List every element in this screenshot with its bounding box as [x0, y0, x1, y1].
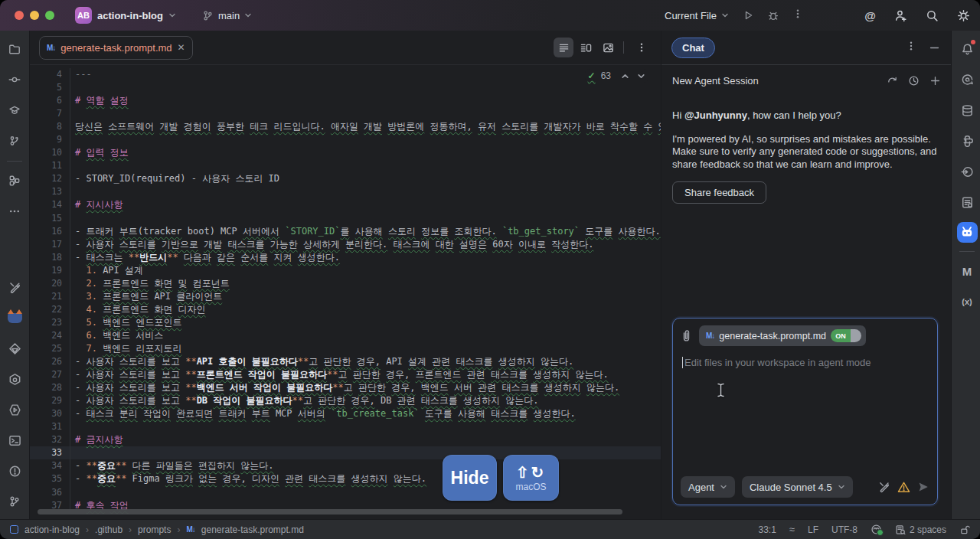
ai-assistant-icon[interactable]: @ [864, 9, 876, 22]
editor-line-text[interactable]: - 태스크는 **반드시** 다음과 같은 순서를 지켜 생성한다. [70, 251, 340, 264]
inspections-widget[interactable]: ✓ 63 [585, 69, 648, 83]
run-config-selector[interactable]: Current File [665, 10, 729, 21]
mode-selector[interactable]: Agent [681, 476, 735, 498]
editor-line[interactable]: 31 [30, 420, 661, 433]
editor-line-text[interactable]: - STORY_ID(required) - 사용자 스토리 ID [70, 172, 279, 185]
code-editor[interactable]: 4---56# 역할 설정78당신은 소프트웨어 개발 경험이 풍부한 테크 리… [30, 65, 661, 519]
editor-line[interactable]: 9 [30, 133, 661, 146]
close-window-button[interactable] [15, 11, 24, 20]
line-number[interactable]: 9 [30, 133, 62, 146]
line-number[interactable]: 5 [30, 81, 62, 94]
model-selector[interactable]: Claude Sonnet 4.5 [742, 476, 853, 498]
editor-line-text[interactable]: - 사용자 스토리를 보고 **프론트엔드 작업이 불필요하다**고 판단한 경… [70, 368, 609, 381]
vcs-update-tool-icon[interactable] [4, 130, 25, 152]
share-feedback-button[interactable]: Share feedback [672, 181, 766, 204]
editor-kebab-menu[interactable] [632, 38, 652, 57]
problems-tool-icon[interactable] [4, 460, 25, 482]
commit-tool-icon[interactable] [4, 69, 25, 90]
editor-line[interactable]: 4--- [30, 68, 661, 81]
project-tool-icon[interactable] [4, 38, 25, 60]
more-tools-icon[interactable] [4, 201, 25, 222]
hide-overlay-button[interactable]: Hide [443, 455, 497, 501]
expression-tool-icon[interactable]: (x) [956, 291, 978, 312]
editor-line[interactable]: 12- STORY_ID(required) - 사용자 스토리 ID [30, 172, 661, 185]
editor-line[interactable]: 34- **중요** 다른 파일들은 편집하지 않는다. [30, 459, 661, 472]
prompt-input[interactable]: Edit files in your workspace in agent mo… [673, 346, 937, 379]
line-number[interactable]: 23 [30, 316, 62, 329]
editor-line[interactable]: 27- 사용자 스토리를 보고 **프론트엔드 작업이 불필요하다**고 판단한… [30, 368, 661, 381]
editor-line[interactable]: 33 [30, 446, 661, 459]
line-number[interactable]: 17 [30, 238, 62, 251]
next-inspection-button[interactable] [637, 72, 645, 80]
editor-line-text[interactable] [70, 420, 75, 433]
m-plugin-tool-icon[interactable]: M [956, 260, 978, 282]
line-number[interactable]: 28 [30, 381, 62, 394]
editor-line[interactable]: 7 [30, 107, 661, 120]
incoming-connection-icon[interactable] [956, 161, 978, 182]
database-icon[interactable] [956, 100, 978, 121]
editor-line[interactable]: 22 4. 프론트엔드 화면 디자인 [30, 303, 661, 316]
history-clock-icon[interactable] [908, 75, 920, 87]
branch-widget[interactable]: main [202, 10, 252, 21]
line-number[interactable]: 29 [30, 394, 62, 407]
editor-line-text[interactable] [70, 107, 75, 120]
line-number[interactable]: 4 [30, 68, 62, 81]
line-number[interactable]: 35 [30, 472, 62, 485]
learn-tool-icon[interactable] [4, 100, 25, 121]
caret-position[interactable]: 33:1 [758, 524, 776, 535]
preview-view-button[interactable] [598, 38, 618, 57]
editor-line[interactable]: 15 [30, 212, 661, 225]
editor-line[interactable]: 35- **중요** Figma 링크가 없는 경우, 디자인 관련 태스크를 … [30, 472, 661, 485]
editor-line-text[interactable] [70, 185, 75, 198]
line-number[interactable]: 8 [30, 120, 62, 133]
editor-line[interactable]: 14# 지시사항 [30, 198, 661, 211]
editor-line[interactable]: 25 7. 백엔드 리포지토리 [30, 342, 661, 355]
paperclip-icon[interactable] [681, 329, 692, 342]
line-number[interactable]: 32 [30, 433, 62, 446]
debug-button[interactable] [767, 9, 779, 21]
warning-icon[interactable] [897, 481, 910, 494]
redo-icon[interactable] [887, 75, 898, 87]
line-number[interactable]: 16 [30, 225, 62, 238]
editor-line[interactable]: 26- 사용자 스토리를 보고 **API 호출이 불필요하다**고 판단한 경… [30, 355, 661, 368]
close-tab-icon[interactable]: ✕ [178, 42, 185, 53]
file-encoding[interactable]: UTF-8 [831, 524, 858, 535]
editor-line[interactable]: 5 [30, 81, 661, 94]
line-separator[interactable]: LF [808, 524, 818, 535]
breadcrumb-project[interactable]: action-in-blog [24, 524, 80, 535]
run-anything-tool-icon[interactable] [4, 399, 25, 420]
minimize-window-button[interactable] [30, 11, 39, 20]
editor-line-text[interactable]: 당신은 소프트웨어 개발 경험이 풍부한 테크 리드입니다. 애자일 개발 방법… [70, 120, 661, 133]
line-number[interactable]: 14 [30, 198, 62, 211]
restart-overlay-button[interactable]: ⇧↻ macOS [503, 455, 559, 501]
line-number[interactable]: 27 [30, 368, 62, 381]
line-number[interactable]: 19 [30, 264, 62, 277]
indent-widget[interactable]: 2 spaces [895, 524, 946, 535]
editor-line-text[interactable]: --- [70, 68, 92, 81]
editor-line-text[interactable] [70, 159, 75, 172]
project-widget[interactable]: AB action-in-blog [75, 7, 176, 24]
run-button[interactable] [742, 9, 754, 21]
editor-line-text[interactable]: # 금지사항 [70, 433, 122, 446]
line-number[interactable]: 31 [30, 420, 62, 433]
python-icon[interactable] [956, 130, 978, 152]
line-number[interactable]: 7 [30, 107, 62, 120]
editor-line[interactable]: 6# 역할 설정 [30, 94, 661, 107]
editor-line-text[interactable]: # 지시사항 [70, 198, 122, 211]
editor-line[interactable]: 21 3. 프론트엔드 API 클라이언트 [30, 290, 661, 303]
version-control-tool-icon[interactable] [4, 491, 25, 512]
editor-line[interactable]: 11 [30, 159, 661, 172]
editor-line-text[interactable]: 6. 백엔드 서비스 [70, 329, 163, 342]
line-number[interactable]: 22 [30, 303, 62, 316]
structure-tool-icon[interactable] [4, 170, 25, 191]
more-actions-button[interactable] [792, 8, 803, 22]
editor-line[interactable]: 20 2. 프론트엔드 화면 및 컴포넌트 [30, 277, 661, 290]
notifications-bell-icon[interactable] [956, 38, 978, 60]
chat-tab[interactable]: Chat [671, 38, 715, 58]
attached-file-chip[interactable]: M↓ generate-task.prompt.md ON [699, 325, 866, 346]
editor-line-text[interactable]: 3. 프론트엔드 API 클라이언트 [70, 290, 222, 303]
editor-line-text[interactable]: - 태스크 분리 작업이 완료되면 트래커 부트 MCP 서버의 `tb_cre… [70, 407, 576, 420]
editor-line[interactable]: 18- 태스크는 **반드시** 다음과 같은 순서를 지켜 생성한다. [30, 251, 661, 264]
editor-line-text[interactable] [70, 133, 75, 146]
editor-line-text[interactable] [70, 81, 75, 94]
